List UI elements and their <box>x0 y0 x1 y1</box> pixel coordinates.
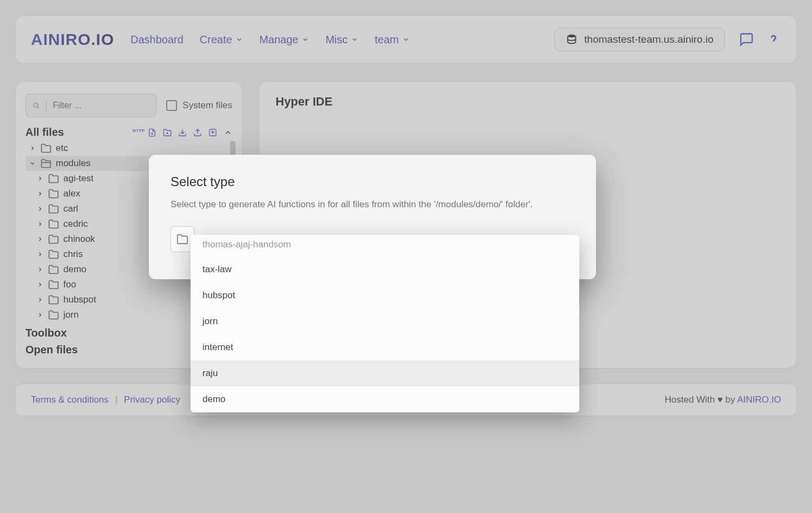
modal-description: Select type to generate AI functions in … <box>171 199 574 210</box>
dropdown-option-hubspot[interactable]: hubspot <box>191 282 579 308</box>
dropdown-option-internet[interactable]: internet <box>191 334 579 360</box>
modal-title: Select type <box>171 174 574 189</box>
dropdown-option-tax-law[interactable]: tax-law <box>191 256 579 282</box>
dropdown-option-thomas-ajaj-handsom[interactable]: thomas-ajaj-handsom <box>191 235 579 256</box>
type-dropdown: thomas-ajaj-handsomtax-lawhubspotjornint… <box>191 235 579 412</box>
folder-icon <box>176 233 188 245</box>
modal-overlay[interactable]: Select type Select type to generate AI f… <box>0 0 812 513</box>
dropdown-option-jorn[interactable]: jorn <box>191 308 579 334</box>
dropdown-option-raju[interactable]: raju <box>191 360 579 386</box>
dropdown-option-demo[interactable]: demo <box>191 386 579 412</box>
